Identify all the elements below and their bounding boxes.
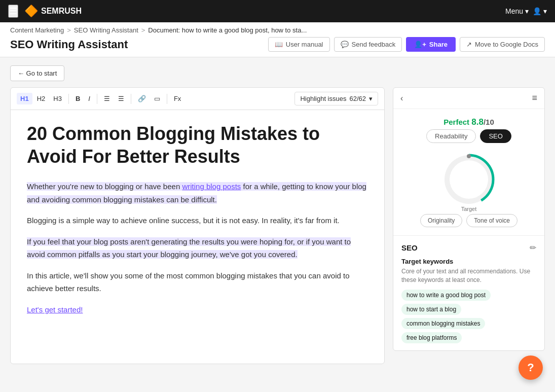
image-button[interactable]: ▭ bbox=[151, 93, 164, 104]
toolbar-separator-3 bbox=[131, 94, 131, 104]
collapse-panel-button[interactable]: ‹ bbox=[400, 94, 403, 103]
para3-highlight: If you feel that your blog posts aren't … bbox=[27, 237, 351, 259]
share-label: Share bbox=[429, 41, 448, 48]
seo-section-header: SEO ✏ bbox=[401, 243, 536, 253]
send-feedback-button[interactable]: 💬 Send feedback bbox=[334, 37, 402, 52]
editor-content[interactable]: 20 Common Blogging Mistakes to Avoid For… bbox=[11, 110, 384, 364]
score-section: Perfect 8.8/10 Readability SEO bbox=[393, 109, 544, 236]
breadcrumb-sep2: > bbox=[141, 26, 145, 34]
paragraph-3: If you feel that your blog posts aren't … bbox=[27, 235, 368, 261]
toolbar-separator-4 bbox=[167, 94, 167, 104]
feedback-icon: 💬 bbox=[341, 41, 349, 48]
gauge-target-label: Target bbox=[461, 206, 477, 212]
toolbar-separator-2 bbox=[97, 94, 97, 104]
seo-section: SEO ✏ Target keywords Core of your text … bbox=[393, 236, 544, 350]
para1-highlight: Whether you're new to blogging or have b… bbox=[27, 182, 366, 204]
kw-tag-2: how to start a blog bbox=[401, 304, 461, 315]
image-icon: ▭ bbox=[154, 95, 160, 102]
score-value: 8.8 bbox=[471, 117, 484, 127]
semrush-logo-text: SEMRUSH bbox=[41, 7, 82, 16]
breadcrumb-content-marketing[interactable]: Content Marketing bbox=[10, 26, 64, 34]
share-button[interactable]: 👤+ Share bbox=[406, 37, 456, 52]
paragraph-2: Blogging is a simple way to achieve onli… bbox=[27, 214, 368, 227]
breadcrumb-sep1: > bbox=[67, 26, 71, 34]
ol-list-button[interactable]: ☰ bbox=[100, 93, 114, 104]
editor-toolbar: H1 H2 H3 B I ☰ ☰ 🔗 bbox=[11, 88, 384, 110]
originality-pill[interactable]: Originality bbox=[420, 214, 462, 227]
more-options-button[interactable]: ≡ bbox=[532, 93, 537, 103]
ol-icon: ☰ bbox=[104, 95, 110, 102]
hamburger-button[interactable]: ☰ bbox=[8, 5, 18, 18]
para1-before: Whether you're new to blogging or have b… bbox=[27, 182, 182, 191]
tab-readability[interactable]: Readability bbox=[426, 129, 476, 143]
paragraph-1: Whether you're new to blogging or have b… bbox=[27, 180, 368, 206]
menu-button[interactable]: Menu ▾ bbox=[505, 7, 529, 15]
user-icon: 👤 bbox=[533, 7, 541, 15]
score-total: /10 bbox=[484, 118, 494, 126]
page-title: SEO Writing Assistant bbox=[10, 38, 128, 51]
lets-get-started-link[interactable]: Let's get started! bbox=[27, 305, 83, 314]
breadcrumb-current: Document: how to write a good blog post,… bbox=[148, 26, 307, 34]
edit-seo-button[interactable]: ✏ bbox=[530, 243, 536, 253]
score-tabs: Readability SEO bbox=[401, 129, 536, 143]
book-icon: 📖 bbox=[275, 41, 283, 48]
go-to-start-button[interactable]: ← Go to start bbox=[10, 65, 64, 81]
tone-of-voice-pill[interactable]: Tone of voice bbox=[466, 214, 517, 227]
content-area: ← Go to start H1 H2 H3 B I ☰ ☰ bbox=[0, 57, 555, 388]
semrush-logo-icon: 🔶 bbox=[24, 5, 38, 18]
right-panel: ‹ ≡ Perfect 8.8/10 Readability SEO bbox=[393, 87, 545, 351]
h1-button[interactable]: H1 bbox=[17, 93, 32, 104]
svg-point-3 bbox=[467, 154, 471, 158]
target-keywords-label: Target keywords bbox=[401, 258, 536, 265]
user-button[interactable]: 👤 ▾ bbox=[533, 7, 547, 15]
help-fab-button[interactable]: ? bbox=[519, 355, 543, 380]
paragraph-4: In this article, we'll show you some of … bbox=[27, 269, 368, 295]
link-button[interactable]: 🔗 bbox=[134, 93, 150, 104]
score-label: Perfect 8.8/10 bbox=[401, 117, 536, 127]
target-keywords-desc: Core of your text and all recommendation… bbox=[401, 267, 536, 284]
send-feedback-label: Send feedback bbox=[352, 41, 396, 48]
move-docs-label: Move to Google Docs bbox=[475, 41, 538, 48]
semrush-logo: 🔶 SEMRUSH bbox=[24, 5, 82, 18]
paragraph-5: Let's get started! bbox=[27, 303, 368, 316]
docs-icon: ↗ bbox=[466, 41, 472, 48]
kw-tag-3: common blogging mistakes bbox=[401, 318, 485, 329]
ul-list-button[interactable]: ☰ bbox=[115, 93, 128, 104]
highlight-chevron: ▾ bbox=[369, 95, 373, 102]
italic-button[interactable]: I bbox=[85, 93, 94, 104]
menu-label: Menu bbox=[505, 7, 523, 15]
user-manual-button[interactable]: 📖 User manual bbox=[268, 37, 330, 52]
tab-seo[interactable]: SEO bbox=[480, 129, 511, 143]
toolbar-separator-1 bbox=[68, 94, 69, 104]
editor-panel: H1 H2 H3 B I ☰ ☰ 🔗 bbox=[10, 87, 385, 364]
article-heading: 20 Common Blogging Mistakes to Avoid For… bbox=[27, 122, 368, 168]
menu-chevron: ▾ bbox=[525, 7, 529, 15]
breadcrumb-seo-writing[interactable]: SEO Writing Assistant bbox=[74, 26, 138, 34]
gauge-svg bbox=[438, 149, 499, 210]
keyword-tags: how to write a good blog post how to sta… bbox=[401, 290, 536, 343]
gauge-area: Target bbox=[438, 149, 499, 210]
toolbar-left: H1 H2 H3 B I ☰ ☰ 🔗 bbox=[17, 93, 184, 104]
user-manual-label: User manual bbox=[286, 41, 323, 48]
breadcrumb: Content Marketing > SEO Writing Assistan… bbox=[10, 26, 545, 37]
link-icon: 🔗 bbox=[138, 95, 146, 102]
user-chevron: ▾ bbox=[543, 7, 547, 15]
sub-header: Content Marketing > SEO Writing Assistan… bbox=[0, 22, 555, 57]
clear-format-button[interactable]: Fx bbox=[170, 93, 184, 104]
h3-button[interactable]: H3 bbox=[50, 93, 65, 104]
highlight-dropdown[interactable]: Highlight issues 62/62 ▾ bbox=[294, 92, 378, 105]
h2-button[interactable]: H2 bbox=[33, 93, 49, 104]
share-icon: 👤+ bbox=[414, 41, 426, 48]
nav-right: Menu ▾ 👤 ▾ bbox=[505, 7, 547, 15]
para1-link[interactable]: writing blog posts bbox=[182, 182, 241, 191]
score-pills: Originality Tone of voice bbox=[401, 214, 536, 227]
seo-section-title: SEO bbox=[401, 243, 418, 252]
kw-tag-1: how to write a good blog post bbox=[401, 290, 491, 301]
kw-tag-4: free blog platforms bbox=[401, 332, 462, 343]
move-to-docs-button[interactable]: ↗ Move to Google Docs bbox=[460, 37, 545, 52]
bold-button[interactable]: B bbox=[72, 93, 84, 104]
highlight-count: 62/62 bbox=[349, 95, 366, 102]
nav-left: ☰ 🔶 SEMRUSH bbox=[8, 5, 82, 18]
ul-icon: ☰ bbox=[118, 95, 124, 102]
score-prefix: Perfect bbox=[443, 118, 471, 126]
